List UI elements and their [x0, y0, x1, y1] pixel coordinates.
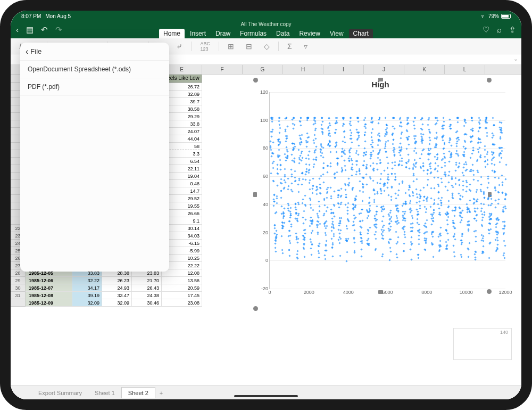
wifi-icon: ᯤ	[481, 13, 486, 19]
resize-handle[interactable]	[487, 78, 492, 83]
lightbulb-icon[interactable]: ♡	[483, 25, 489, 35]
home-indicator[interactable]	[234, 395, 298, 397]
app-titlebar: ‹ ▤ ↶ ↷ All The Weather copy Home Insert…	[11, 21, 521, 38]
popover-back[interactable]: ‹ File	[20, 43, 169, 61]
tab-data[interactable]: Data	[272, 29, 294, 38]
chevron-left-icon: ‹	[26, 47, 28, 56]
insert-cells-button[interactable]: ⊞	[225, 41, 237, 52]
file-icon[interactable]: ▤	[26, 25, 34, 35]
tab-insert[interactable]: Insert	[186, 29, 210, 38]
chart-selected[interactable]: High -2002040608010012002000400060008000…	[255, 80, 505, 309]
resize-handle[interactable]	[378, 78, 383, 81]
tab-home[interactable]: Home	[159, 29, 185, 38]
tab-review[interactable]: Review	[295, 29, 324, 38]
sort-filter-button[interactable]: ▿	[301, 41, 311, 52]
table-row[interactable]: 301985-12-0734.1724.9326.4320.59	[11, 284, 250, 292]
col-h[interactable]: H	[283, 65, 323, 74]
document-title: All The Weather copy	[240, 21, 291, 27]
sheet-export-summary[interactable]: Export Summary	[32, 388, 88, 398]
export-ods[interactable]: OpenDocument Spreadsheet (*.ods)	[20, 61, 169, 78]
add-sheet-button[interactable]: +	[155, 388, 167, 398]
secondary-chart[interactable]: 140	[453, 328, 512, 360]
sheet-2[interactable]: Sheet 2	[121, 387, 155, 398]
resize-handle[interactable]	[487, 289, 492, 294]
tab-chart[interactable]: Chart	[349, 29, 373, 38]
undo-icon[interactable]: ↶	[41, 25, 48, 35]
search-icon[interactable]: ⌕	[497, 25, 502, 35]
tab-draw[interactable]: Draw	[211, 29, 235, 38]
ribbon-tabs: Home Insert Draw Formulas Data Review Vi…	[159, 29, 373, 38]
export-popover: ‹ File OpenDocument Spreadsheet (*.ods) …	[20, 43, 169, 272]
table-row[interactable]: 311985-12-0839.1933.4724.3817.45	[11, 292, 250, 299]
back-icon[interactable]: ‹	[16, 25, 19, 35]
table-row[interactable]: 1985-12-0932.0932.0930.4623.08	[11, 299, 250, 307]
tab-formulas[interactable]: Formulas	[236, 29, 271, 38]
expand-formula-icon[interactable]: ⌄	[513, 55, 518, 62]
status-time: 8:07 PM	[21, 13, 41, 19]
col-f[interactable]: F	[202, 65, 243, 74]
resize-handle[interactable]	[253, 306, 258, 311]
share-icon[interactable]: ⇪	[509, 25, 516, 35]
ios-status-bar: 8:07 PM Mon Aug 5 ᯤ 79%	[11, 11, 521, 21]
col-g[interactable]: G	[243, 65, 283, 74]
tab-view[interactable]: View	[326, 29, 348, 38]
resize-handle[interactable]	[253, 78, 258, 83]
resize-handle[interactable]	[253, 192, 257, 197]
col-i[interactable]: I	[323, 65, 364, 74]
secondary-chart-label: 140	[500, 330, 508, 335]
export-pdf[interactable]: PDF (*.pdf)	[20, 78, 169, 96]
col-k[interactable]: K	[404, 65, 445, 74]
delete-cells-button[interactable]: ⊟	[243, 41, 255, 52]
autosum-button[interactable]: Σ	[284, 41, 295, 52]
sheet-tabs: Export Summary Sheet 1 Sheet 2 +	[11, 386, 521, 399]
redo-icon[interactable]: ↷	[55, 25, 62, 35]
popover-title: File	[30, 47, 41, 55]
col-j[interactable]: J	[364, 65, 404, 74]
col-l[interactable]: L	[445, 65, 485, 74]
battery-icon	[501, 14, 511, 19]
clear-button[interactable]: ◇	[261, 41, 273, 52]
chart-container[interactable]: High -2002040608010012002000400060008000…	[250, 75, 521, 386]
sheet-1[interactable]: Sheet 1	[88, 388, 121, 398]
number-format-button[interactable]: ABC123	[197, 40, 213, 53]
chart-plot-area: -200204060801001200200040006000800010000…	[269, 92, 505, 289]
wrap-button[interactable]: ⤶	[173, 41, 186, 52]
battery-percent: 79%	[488, 13, 499, 19]
status-date: Mon Aug 5	[45, 13, 71, 19]
table-row[interactable]: 291985-12-0632.2226.2321.7013.56	[11, 277, 250, 284]
